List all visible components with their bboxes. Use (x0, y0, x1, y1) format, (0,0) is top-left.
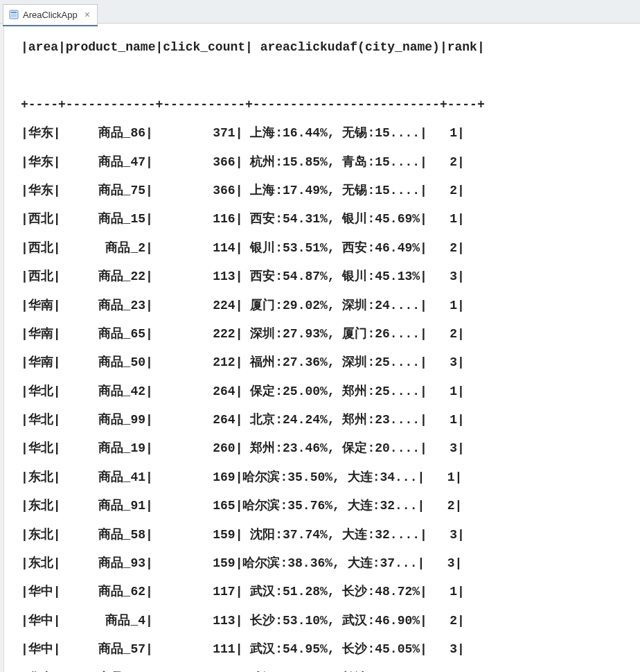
close-icon[interactable]: × (85, 10, 90, 19)
console-output[interactable]: |area|product_name|click_count| areaclic… (4, 24, 640, 672)
tab-areaclickapp[interactable]: AreaClickApp × (3, 4, 98, 25)
run-config-icon (9, 10, 19, 19)
svg-rect-1 (11, 12, 17, 13)
content-wrapper: |area|product_name|click_count| areaclic… (0, 24, 640, 672)
svg-rect-2 (11, 15, 17, 17)
tab-active-indicator (3, 25, 98, 26)
table-output: |area|product_name|click_count| areaclic… (21, 33, 640, 672)
tab-title: AreaClickApp (23, 10, 78, 20)
tab-bar: AreaClickApp × (0, 0, 640, 24)
